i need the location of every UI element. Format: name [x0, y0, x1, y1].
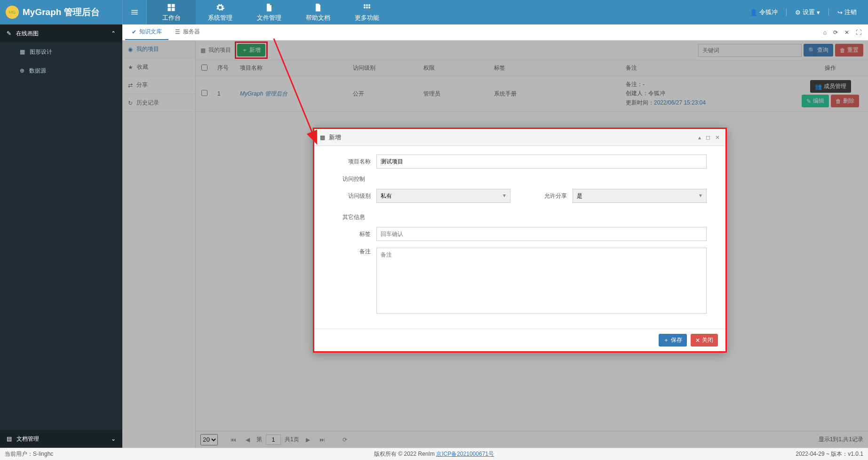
file-icon [264, 3, 274, 12]
share-label: 允许分享 [529, 192, 567, 200]
sidebar-item-design[interactable]: ▦图形设计 [0, 42, 122, 61]
access-select[interactable]: 私有 [376, 189, 510, 203]
divider [786, 8, 787, 16]
user-icon: 👤 [750, 9, 757, 16]
tab-tools: ⌂ ⟳ ✕ ⛶ [823, 24, 868, 40]
tab-bar: ✔知识文库 ☰服务器 ⌂ ⟳ ✕ ⛶ [122, 24, 868, 40]
user-link[interactable]: 👤令狐冲 [747, 6, 780, 18]
x-icon: ✕ [695, 337, 700, 344]
status-copyright: 版权所有 © 2022 RenIm 京ICP备2021000671号 [374, 450, 494, 458]
icp-link[interactable]: 京ICP备2021000671号 [436, 451, 494, 457]
app-title: MyGraph 管理后台 [23, 6, 100, 18]
paint-icon: ✎ [7, 30, 11, 37]
app-header: MG MyGraph 管理后台 工作台 系统管理 文件管理 帮助文档 更多功能 … [0, 0, 868, 24]
access-section-label: 访问控制 [342, 175, 707, 183]
modal-collapse[interactable]: ▴ [698, 134, 701, 141]
new-project-modal: ▦ 新增 ▴ ◻ ✕ 项目名称 访问控制 访问级别 私有 允许分享 是 [313, 128, 727, 353]
modal-maximize[interactable]: ◻ [706, 134, 710, 141]
tag-input[interactable] [376, 227, 707, 241]
status-user: 当前用户：S-linghc [5, 450, 53, 458]
sidebar-toggle[interactable] [122, 0, 147, 24]
tab-knowledge[interactable]: ✔知识文库 [125, 24, 168, 40]
other-section-label: 其它信息 [342, 213, 707, 221]
share-select[interactable]: 是 [573, 189, 707, 203]
gear-icon: ⚙ [795, 9, 801, 16]
vk-icon: ✔ [132, 29, 136, 35]
divider [828, 8, 829, 16]
data-icon: ⊕ [20, 67, 24, 74]
nav-label: 更多功能 [355, 14, 379, 22]
close-button[interactable]: ✕关闭 [691, 334, 718, 347]
close-icon[interactable]: ✕ [844, 29, 849, 36]
modal-body: 项目名称 访问控制 访问级别 私有 允许分享 是 其它信息 标签 备注 [314, 146, 725, 329]
logo-icon: MG [6, 6, 19, 19]
nav-label: 文件管理 [257, 14, 281, 22]
project-name-input[interactable] [376, 154, 707, 169]
caret-down-icon: ▾ [817, 9, 820, 16]
nav-label: 工作台 [162, 14, 181, 22]
refresh-icon[interactable]: ⟳ [833, 29, 838, 36]
sidebar-section-docs[interactable]: ▤文档管理 ⌄ [0, 430, 122, 448]
sidebar-item-datasource[interactable]: ⊕数据源 [0, 61, 122, 80]
nav-label: 帮助文档 [306, 14, 330, 22]
logout-link[interactable]: ↪注销 [835, 6, 860, 18]
windows-icon: ▦ [320, 134, 325, 141]
grid-icon [362, 3, 372, 12]
chevron-down-icon: ⌄ [111, 436, 116, 442]
app-logo: MG MyGraph 管理后台 [0, 0, 122, 24]
nav-help[interactable]: 帮助文档 [294, 0, 342, 24]
header-right: 👤令狐冲 ⚙设置 ▾ ↪注销 [747, 0, 868, 24]
doc-icon [313, 3, 323, 12]
server-icon: ☰ [175, 29, 180, 35]
home-icon[interactable]: ⌂ [823, 29, 827, 36]
save-button[interactable]: ＋保存 [659, 334, 687, 347]
sidebar-section-drawing[interactable]: ✎在线画图 ⌃ [0, 24, 122, 42]
nav-workbench[interactable]: 工作台 [147, 0, 196, 24]
access-label: 访问级别 [333, 192, 371, 200]
tab-server[interactable]: ☰服务器 [168, 24, 207, 40]
windows-icon [167, 3, 176, 12]
modal-footer: ＋保存 ✕关闭 [314, 329, 725, 351]
book-icon: ▤ [7, 436, 12, 442]
nav-label: 系统管理 [208, 14, 232, 22]
gear-icon [215, 3, 225, 12]
nav-more[interactable]: 更多功能 [342, 0, 391, 24]
modal-close[interactable]: ✕ [715, 134, 720, 141]
fullscreen-icon[interactable]: ⛶ [856, 29, 861, 36]
chevron-up-icon: ⌃ [111, 30, 116, 37]
nav-files[interactable]: 文件管理 [245, 0, 294, 24]
status-bar: 当前用户：S-linghc 版权所有 © 2022 RenIm 京ICP备202… [0, 448, 868, 460]
name-label: 项目名称 [333, 158, 371, 166]
remark-label: 备注 [333, 248, 371, 256]
settings-link[interactable]: ⚙设置 ▾ [792, 6, 823, 18]
plus-icon: ＋ [663, 336, 669, 344]
status-version: 2022-04-29 ~ 版本：v1.0.1 [796, 450, 863, 458]
layout-icon: ▦ [20, 48, 25, 55]
nav-system[interactable]: 系统管理 [196, 0, 245, 24]
modal-title: 新增 [329, 133, 341, 142]
sidebar: ✎在线画图 ⌃ ▦图形设计 ⊕数据源 ▤文档管理 ⌄ [0, 24, 122, 448]
tag-label: 标签 [333, 230, 371, 238]
modal-header: ▦ 新增 ▴ ◻ ✕ [314, 129, 725, 146]
logout-icon: ↪ [837, 9, 843, 16]
remark-textarea[interactable] [376, 248, 707, 314]
